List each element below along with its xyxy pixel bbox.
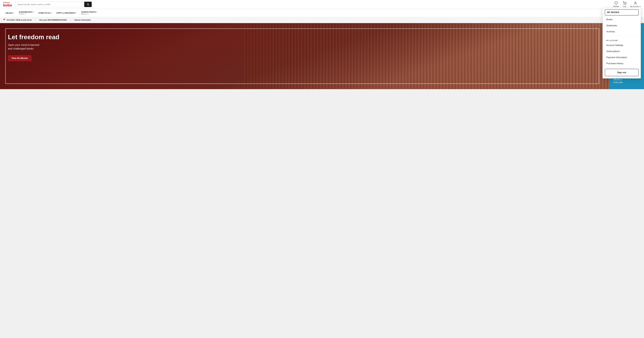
wishlist-button[interactable]: Wishlist — [613, 1, 619, 8]
dropdown-notebooks-item[interactable]: Notebooks — [603, 22, 641, 29]
nav-apps-arrow: ▾ — [76, 12, 76, 14]
hero-title: Let freedom read — [8, 34, 602, 41]
nav-item-audiobooks[interactable]: AUDIOBOOKS ▾ Credits: 0 — [16, 9, 36, 17]
banner-recommendations-label: See your RECOMMENDATIONS — [39, 19, 67, 21]
hero-subtitle: Open your mind to bannedand challenged b… — [8, 43, 602, 50]
svg-point-2 — [624, 4, 624, 4]
dropdown-account-settings-item[interactable]: Account Settings — [603, 42, 641, 48]
dropdown-my-account-label: MY ACCOUNT — [603, 37, 641, 42]
dropdown-divider-1 — [603, 36, 641, 36]
dropdown-subscriptions-item[interactable]: Subscriptions — [603, 48, 641, 54]
nav-item-apps[interactable]: APPS & eREADERS ▾ — [54, 10, 79, 16]
flag-icon: 🚩 — [3, 18, 6, 21]
nav-item-ebooks[interactable]: eBooks ▾ — [3, 10, 16, 16]
main-content: Let freedom read Open your mind to banne… — [0, 23, 644, 89]
nav-audiobooks-arrow: ▾ — [33, 11, 34, 13]
hero-cta-button[interactable]: View All eBooks — [8, 55, 32, 61]
heart-icon — [614, 1, 618, 5]
nav-superpoints-label: SUPER POINTS — [81, 11, 96, 13]
svg-line-1 — [88, 5, 89, 6]
logo-kobo-text: kobo — [3, 4, 12, 7]
cart-icon — [623, 1, 626, 5]
banner-recommendations-item[interactable]: See your RECOMMENDATIONS — [39, 18, 71, 22]
nav-audiobooks-label: AUDIOBOOKS — [19, 11, 32, 13]
search-icon — [86, 3, 89, 6]
nav-ebooks-label: eBooks — [6, 12, 13, 14]
header: Rakuten kobo Wishlist — [0, 0, 644, 9]
banner-deals-item[interactable]: 🚩 Get DAILY DEALS and more! — [3, 18, 36, 22]
dropdown-archives-item[interactable]: Archives — [603, 29, 641, 35]
cart-button[interactable]: Cart — [623, 1, 626, 8]
cart-label: Cart — [623, 6, 626, 8]
nav-koboplus-arrow: ▾ — [51, 12, 52, 14]
svg-point-3 — [626, 4, 626, 4]
hero-section: Let freedom read Open your mind to banne… — [0, 23, 610, 89]
banner-classics-label: Classic Favourites — [74, 19, 91, 21]
account-icon — [634, 1, 637, 5]
nav-koboplus-label: KOBO PLUS — [38, 12, 50, 14]
my-account-wrapper: My Account ▲ MY BOOKS Books Notebooks Ar… — [630, 1, 641, 8]
svg-point-4 — [635, 2, 636, 3]
dropdown-books-item[interactable]: Books — [603, 16, 641, 22]
dropdown-my-books-active[interactable]: MY BOOKS — [605, 10, 638, 16]
logo[interactable]: Rakuten kobo — [3, 2, 12, 7]
dropdown-payment-item[interactable]: Payment Information — [603, 54, 641, 60]
nav-audiobooks-credits: Credits: 0 — [19, 13, 34, 15]
chevron-up-icon: ▲ — [640, 6, 641, 7]
nav-apps-label: APPS & eREADERS — [56, 12, 75, 14]
my-account-button[interactable]: My Account ▲ — [630, 1, 641, 8]
nav-item-superpoints[interactable]: SUPER POINTS ▾ Balance: 0 — [79, 9, 100, 17]
hero-content: Let freedom read Open your mind to banne… — [0, 23, 610, 72]
banner-bar: 🚩 Get DAILY DEALS and more! See your REC… — [0, 17, 644, 23]
nav-superpoints-balance: Balance: 0 — [81, 13, 97, 15]
search-input[interactable] — [15, 2, 84, 7]
nav-ebooks-arrow: ▾ — [13, 12, 14, 14]
dropdown-sign-out-button[interactable]: Sign out — [605, 69, 638, 76]
nav-superpoints-arrow: ▾ — [96, 11, 97, 13]
nav-item-koboplus[interactable]: KOBO PLUS ▾ — [36, 10, 54, 16]
wishlist-label: Wishlist — [613, 6, 619, 8]
account-dropdown: MY BOOKS Books Notebooks Archives MY ACC… — [602, 8, 641, 78]
dropdown-purchase-history-item[interactable]: Purchase History — [603, 60, 641, 66]
banner-deals-label: Get DAILY DEALS and more! — [6, 19, 32, 21]
banner-classics-item[interactable]: Classic Favourites — [74, 18, 94, 22]
nav-bar: eBooks ▾ AUDIOBOOKS ▾ Credits: 0 KOBO PL… — [0, 9, 644, 17]
search-button[interactable] — [84, 2, 92, 7]
search-container — [15, 2, 92, 7]
my-account-label: My Account — [630, 6, 639, 8]
header-actions: Wishlist Cart My — [613, 1, 641, 8]
svg-point-0 — [87, 4, 88, 5]
